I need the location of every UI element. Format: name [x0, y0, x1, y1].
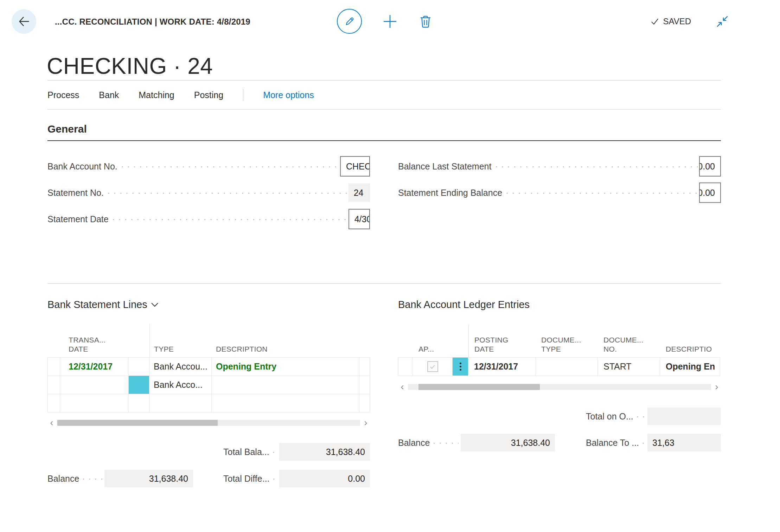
- scroll-right-icon[interactable]: ›: [362, 419, 370, 426]
- dotted-leader: [273, 474, 277, 484]
- trailing-cell[interactable]: [359, 394, 370, 412]
- row-selector-cell[interactable]: [47, 394, 60, 412]
- bank-statement-lines-title[interactable]: Bank Statement Lines: [47, 298, 370, 311]
- general-fields-right: Balance Last Statement 0.00 Statement En…: [398, 157, 721, 210]
- applied-checkbox[interactable]: [427, 361, 438, 372]
- delete-button[interactable]: [418, 14, 433, 29]
- spacer-cell[interactable]: [129, 394, 149, 412]
- menu-item-matching[interactable]: Matching: [139, 90, 174, 100]
- menu-item-bank[interactable]: Bank: [99, 90, 119, 100]
- description-cell[interactable]: Opening En: [660, 358, 720, 376]
- bank-account-ledger-entries-title: Bank Account Ledger Entries: [398, 298, 721, 311]
- total-outstanding-label: Total on O...: [586, 411, 633, 422]
- bank-account-no-combobox[interactable]: CHECKING: [340, 156, 370, 177]
- document-no-cell[interactable]: START: [598, 358, 660, 376]
- posting-date-cell[interactable]: 12/31/2017: [468, 358, 536, 376]
- row-selector-cell[interactable]: [398, 358, 413, 376]
- balance-last-statement-label: Balance Last Statement: [398, 161, 491, 172]
- general-section-title: General: [47, 123, 87, 135]
- applied-cell[interactable]: [413, 358, 453, 376]
- header-transaction-date[interactable]: TRANSA... DATE: [60, 324, 149, 358]
- total-difference-label: Total Diffe...: [223, 474, 270, 484]
- spacer-cell[interactable]: [129, 358, 149, 376]
- dotted-leader: [642, 438, 645, 448]
- row-menu-cell[interactable]: [453, 358, 468, 376]
- header-document-no[interactable]: DOCUME... NO.: [598, 324, 660, 358]
- transaction-date-cell[interactable]: [60, 394, 129, 412]
- balance-label: Balance: [47, 474, 79, 484]
- scroll-left-icon[interactable]: ‹: [398, 383, 407, 390]
- document-type-cell[interactable]: [536, 358, 598, 376]
- page-toolbar: [337, 9, 433, 34]
- header-description[interactable]: DESCRIPTIO: [660, 324, 720, 358]
- trailing-cell[interactable]: [359, 376, 370, 394]
- dotted-leader: [82, 474, 102, 484]
- trash-icon: [418, 14, 433, 29]
- description-cell[interactable]: [212, 394, 359, 412]
- ledger-total-outstanding-row: Total on O...: [398, 408, 721, 425]
- statement-date-value: 4/30/2019: [354, 214, 370, 224]
- page-title: CHECKING · 24: [47, 53, 213, 79]
- scrollbar-track[interactable]: [408, 384, 711, 390]
- menu-divider: [243, 89, 243, 101]
- statement-no-row: Statement No. 24: [47, 183, 370, 202]
- statement-date-field[interactable]: 4/30/2019: [349, 209, 370, 229]
- statement-date-row: Statement Date 4/30/2019: [47, 210, 370, 229]
- balance-last-statement-field[interactable]: 0.00: [699, 156, 721, 177]
- dotted-leader: [433, 438, 459, 448]
- dotted-leader: [107, 188, 347, 198]
- type-cell[interactable]: [149, 394, 212, 412]
- plus-icon: [382, 13, 398, 30]
- back-button[interactable]: [12, 9, 36, 34]
- header-description[interactable]: DESCRIPTION: [212, 324, 359, 358]
- trailing-cell[interactable]: [359, 358, 370, 376]
- statement-lines-horizontal-scrollbar[interactable]: ‹ ›: [47, 419, 370, 427]
- description-cell[interactable]: Opening Entry: [212, 358, 359, 376]
- total-balance-label: Total Bala...: [223, 447, 269, 457]
- edit-button[interactable]: [337, 9, 362, 34]
- check-icon: [650, 17, 659, 26]
- scroll-right-icon[interactable]: ›: [712, 383, 721, 390]
- statement-ending-balance-field[interactable]: 0.00: [699, 182, 721, 203]
- header-row-selector: [398, 324, 413, 358]
- bank-statement-lines-table: TRANSA... DATE TYPE DESCRIPTION 12/31/20…: [47, 324, 370, 412]
- row-selector-cell[interactable]: [47, 376, 60, 394]
- total-balance-field: 31,638.40: [279, 443, 370, 461]
- menu-item-posting[interactable]: Posting: [194, 90, 223, 100]
- total-outstanding-field: [647, 408, 721, 425]
- scrollbar-thumb[interactable]: [418, 384, 540, 390]
- dotted-leader: [636, 411, 645, 422]
- more-options-link[interactable]: More options: [263, 90, 314, 100]
- header-document-type[interactable]: DOCUME... TYPE: [536, 324, 598, 358]
- bank-statement-lines-panel: Bank Statement Lines TRANSA... DATE TYPE…: [47, 298, 370, 487]
- dotted-leader: [112, 214, 347, 224]
- general-section-rule: [47, 140, 721, 141]
- scrollbar-thumb[interactable]: [57, 420, 218, 426]
- pencil-icon: [344, 16, 355, 27]
- vertical-ellipsis-icon: [460, 363, 461, 371]
- header-type[interactable]: TYPE: [149, 324, 212, 358]
- statement-ending-balance-value: 0.00: [699, 188, 715, 198]
- description-cell[interactable]: [212, 376, 359, 394]
- save-status-label: SAVED: [663, 17, 691, 26]
- selected-cell[interactable]: [129, 376, 149, 394]
- breadcrumb[interactable]: ...CC. RECONCILIATION | WORK DATE: 4/8/2…: [55, 17, 250, 27]
- row-selector-cell[interactable]: [47, 358, 60, 376]
- collapse-button[interactable]: [716, 15, 729, 28]
- header-posting-date[interactable]: POSTING DATE: [468, 324, 536, 358]
- statement-no-field: 24: [349, 183, 370, 202]
- add-button[interactable]: [382, 13, 398, 30]
- transaction-date-cell[interactable]: [60, 376, 129, 394]
- header-applied[interactable]: AP...: [413, 324, 453, 358]
- ledger-entries-horizontal-scrollbar[interactable]: ‹ ›: [398, 383, 721, 391]
- type-cell[interactable]: Bank Acco...: [149, 376, 212, 394]
- check-icon: [429, 364, 436, 370]
- statement-ending-balance-label: Statement Ending Balance: [398, 188, 502, 198]
- menu-item-process[interactable]: Process: [47, 90, 79, 100]
- balance-to-reconcile-field: 31,63: [647, 434, 721, 451]
- ledger-totals-row: Balance 31,638.40 Balance To ... 31,63: [398, 434, 721, 451]
- transaction-date-cell[interactable]: 12/31/2017: [60, 358, 129, 376]
- type-cell[interactable]: Bank Accou...: [149, 358, 212, 376]
- scrollbar-track[interactable]: [57, 420, 360, 426]
- scroll-left-icon[interactable]: ‹: [47, 419, 56, 426]
